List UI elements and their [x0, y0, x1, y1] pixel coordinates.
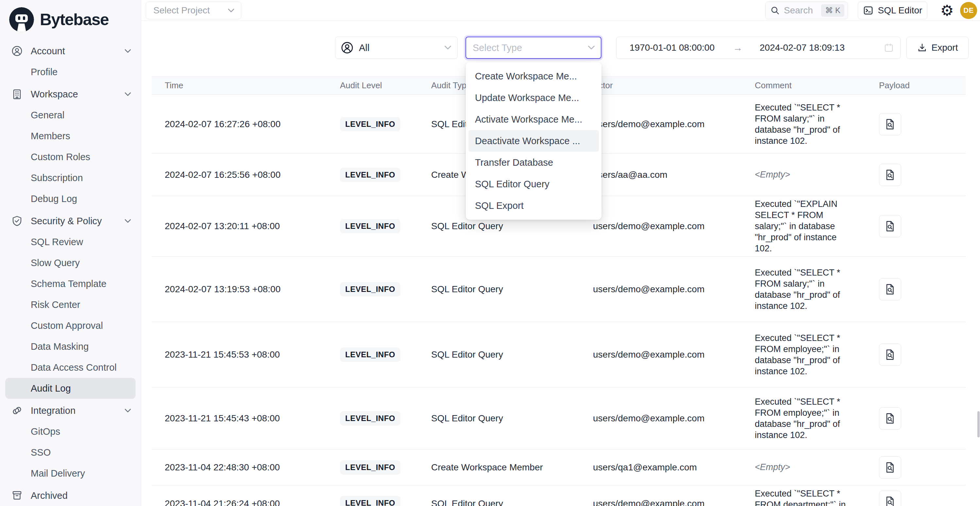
- cell-actor: users/demo@example.com: [580, 498, 742, 506]
- col-header-comment: Comment: [742, 80, 856, 91]
- dropdown-option[interactable]: Activate Workspace Me...: [468, 108, 599, 130]
- chevron-down-icon: [444, 45, 452, 50]
- sidebar-item-profile[interactable]: Profile: [5, 62, 136, 83]
- cell-actor: users/demo@example.com: [580, 284, 742, 294]
- logo-wordmark: Bytebase: [40, 10, 108, 29]
- payload-view-button[interactable]: [879, 456, 901, 479]
- type-filter-select[interactable]: Select Type: [466, 37, 601, 59]
- sidebar-section-workspace[interactable]: Workspace: [5, 84, 136, 105]
- payload-view-button[interactable]: [879, 113, 901, 135]
- cell-time: 2023-11-21 15:45:43 +08:00: [152, 413, 328, 423]
- sidebar-item-schema-template[interactable]: Schema Template: [5, 273, 136, 294]
- sidebar-section-security-policy[interactable]: Security & Policy: [5, 210, 136, 231]
- shield-check-icon: [11, 215, 23, 227]
- payload-view-button[interactable]: [879, 344, 901, 366]
- cell-level: LEVEL_INFO: [328, 460, 418, 475]
- export-button[interactable]: Export: [907, 37, 969, 59]
- chevron-down-icon: [124, 409, 131, 413]
- sidebar-item-mail-delivery[interactable]: Mail Delivery: [5, 463, 136, 484]
- cell-type: SQL Editor Query: [418, 221, 580, 231]
- payload-view-button[interactable]: [879, 407, 901, 430]
- level-badge: LEVEL_INFO: [340, 117, 401, 131]
- sidebar-item-slow-query[interactable]: Slow Query: [5, 252, 136, 273]
- sidebar-item-data-access-control[interactable]: Data Access Control: [5, 357, 136, 378]
- cell-level: LEVEL_INFO: [328, 411, 418, 426]
- cell-comment: Executed `"EXPLAIN SELECT * FROM salary;…: [742, 199, 856, 254]
- level-badge: LEVEL_INFO: [340, 460, 401, 475]
- sidebar-section-archived[interactable]: Archived: [5, 485, 136, 506]
- table-row: 2023-11-21 15:45:43 +08:00 LEVEL_INFO SQ…: [152, 387, 966, 449]
- avatar[interactable]: DE: [960, 2, 977, 19]
- sidebar-section-label: Account: [31, 46, 65, 57]
- payload-view-button[interactable]: [879, 491, 901, 506]
- settings-gear-icon[interactable]: ⚙: [938, 1, 956, 20]
- cell-comment: <Empty>: [742, 462, 856, 473]
- date-to-value[interactable]: 2024-02-07 18:09:13: [760, 43, 845, 53]
- cell-time: 2023-11-04 22:48:30 +08:00: [152, 462, 328, 473]
- cell-comment: Executed `"SELECT * FROM employee;"` in …: [742, 396, 856, 441]
- sidebar-item-sql-review[interactable]: SQL Review: [5, 231, 136, 252]
- dropdown-option[interactable]: Update Workspace Me...: [468, 87, 599, 108]
- dropdown-option[interactable]: SQL Export: [468, 195, 599, 216]
- sidebar-item-audit-log[interactable]: Audit Log: [5, 378, 136, 399]
- search-input[interactable]: Search ⌘ K: [765, 2, 848, 19]
- dropdown-option[interactable]: SQL Editor Query: [468, 173, 599, 195]
- user-filter-select[interactable]: All: [335, 37, 458, 59]
- project-select[interactable]: Select Project: [146, 2, 241, 19]
- dropdown-option[interactable]: Create Workspace Me...: [468, 65, 599, 87]
- cell-actor: users/aa@aa.com: [580, 170, 742, 180]
- chevron-down-icon: [124, 49, 131, 53]
- dropdown-option[interactable]: Transfer Database: [468, 152, 599, 173]
- search-shortcut-kbd: ⌘ K: [821, 4, 844, 17]
- export-label: Export: [932, 43, 958, 53]
- sql-editor-button[interactable]: SQL Editor: [858, 2, 928, 19]
- col-header-payload: Payload: [856, 80, 966, 91]
- payload-view-button[interactable]: [879, 278, 901, 301]
- cell-time: 2023-11-04 21:26:24 +08:00: [152, 498, 328, 506]
- building-icon: [11, 88, 23, 100]
- chevron-down-icon: [588, 45, 595, 50]
- cell-comment: <Empty>: [742, 170, 856, 180]
- scrollbar-thumb[interactable]: [977, 411, 980, 438]
- cell-type: SQL Editor Query: [418, 284, 580, 294]
- type-filter-placeholder: Select Type: [473, 43, 522, 53]
- cell-type: SQL Editor Query: [418, 498, 580, 506]
- level-badge: LEVEL_INFO: [340, 219, 401, 233]
- user-filter-value: All: [359, 43, 369, 53]
- cell-actor: users/demo@example.com: [580, 349, 742, 360]
- cell-actor: users/qa1@example.com: [580, 462, 742, 473]
- sidebar-item-subscription[interactable]: Subscription: [5, 167, 136, 188]
- dropdown-option-highlighted[interactable]: Deactivate Workspace ...: [468, 130, 599, 152]
- download-icon: [917, 43, 927, 53]
- cell-time: 2024-02-07 16:25:56 +08:00: [152, 170, 328, 180]
- link-icon: [11, 405, 23, 417]
- cell-type: SQL Editor Query: [418, 349, 580, 360]
- sidebar-section-account[interactable]: Account: [5, 41, 136, 62]
- sidebar-item-risk-center[interactable]: Risk Center: [5, 294, 136, 315]
- table-row: 2023-11-04 22:48:30 +08:00 LEVEL_INFO Cr…: [152, 449, 966, 485]
- user-circle-icon: [11, 45, 23, 57]
- sidebar-item-members[interactable]: Members: [5, 126, 136, 146]
- sidebar-section-integration[interactable]: Integration: [5, 400, 136, 421]
- cell-payload: [856, 344, 966, 366]
- cell-actor: users/demo@example.com: [580, 221, 742, 231]
- sidebar-item-custom-approval[interactable]: Custom Approval: [5, 315, 136, 336]
- bytebase-logo[interactable]: Bytebase: [5, 5, 136, 33]
- payload-view-button[interactable]: [879, 164, 901, 186]
- sidebar-item-custom-roles[interactable]: Custom Roles: [5, 146, 136, 167]
- sidebar-item-data-masking[interactable]: Data Masking: [5, 336, 136, 357]
- terminal-icon: [863, 5, 873, 16]
- sidebar-item-gitops[interactable]: GitOps: [5, 421, 136, 442]
- payload-view-button[interactable]: [879, 215, 901, 237]
- cell-payload: [856, 113, 966, 135]
- cell-comment: Executed `"SELECT * FROM employee;"` in …: [742, 333, 856, 377]
- sidebar-item-general[interactable]: General: [5, 105, 136, 126]
- sidebar-item-sso[interactable]: SSO: [5, 442, 136, 463]
- cell-payload: [856, 278, 966, 301]
- sidebar-item-debug-log[interactable]: Debug Log: [5, 188, 136, 209]
- date-range-picker[interactable]: 1970-01-01 08:00:00 → 2024-02-07 18:09:1…: [616, 37, 900, 59]
- cell-level: LEVEL_INFO: [328, 282, 418, 296]
- cell-type: SQL Editor Query: [418, 413, 580, 423]
- archive-icon: [11, 490, 23, 501]
- date-from-value[interactable]: 1970-01-01 08:00:00: [630, 43, 714, 53]
